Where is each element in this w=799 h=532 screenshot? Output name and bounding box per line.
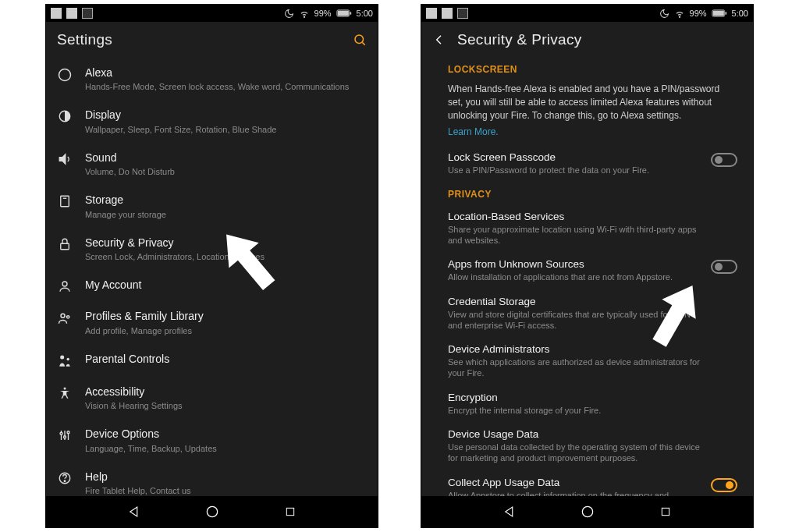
encryption-row[interactable]: Encryption Encrypt the internal storage … bbox=[421, 385, 750, 422]
collect-app-usage-toggle[interactable] bbox=[711, 478, 737, 492]
sliders-icon bbox=[55, 427, 74, 442]
storage-icon bbox=[55, 193, 74, 208]
nav-back-button[interactable] bbox=[126, 504, 142, 520]
svg-point-23 bbox=[67, 431, 69, 434]
nav-recents-button[interactable] bbox=[658, 504, 673, 520]
setting-sub: Allow Appstore to collect information on… bbox=[448, 490, 739, 496]
svg-point-13 bbox=[61, 314, 65, 318]
moon-icon bbox=[284, 9, 294, 19]
collect-app-usage-row[interactable]: Collect App Usage Data Allow Appstore to… bbox=[421, 470, 750, 496]
svg-point-16 bbox=[67, 358, 69, 360]
svg-point-27 bbox=[207, 506, 217, 516]
svg-rect-32 bbox=[725, 12, 726, 14]
nav-back-button[interactable] bbox=[502, 504, 517, 520]
setting-title: Lock Screen Passcode bbox=[448, 151, 739, 163]
settings-item-alexa[interactable]: AlexaHands-Free Mode, Screen lock access… bbox=[46, 58, 375, 100]
battery-icon bbox=[336, 9, 352, 18]
item-title: Profiles & Family Library bbox=[85, 309, 365, 323]
setting-title: Location-Based Services bbox=[448, 211, 739, 222]
accessibility-icon bbox=[55, 385, 74, 400]
lock-passcode-row[interactable]: Lock Screen Passcode Use a PIN/Password … bbox=[421, 145, 750, 182]
wifi-icon bbox=[299, 8, 310, 19]
alexa-icon bbox=[55, 66, 74, 83]
amazon-appstore-icon bbox=[66, 8, 77, 19]
item-title: Alexa bbox=[85, 66, 365, 80]
settings-item-help[interactable]: HelpFire Tablet Help, Contact us bbox=[46, 462, 375, 496]
svg-rect-9 bbox=[61, 197, 69, 207]
security-header: Security & Privacy bbox=[421, 22, 753, 58]
svg-point-4 bbox=[355, 35, 364, 44]
svg-point-0 bbox=[304, 16, 304, 17]
settings-item-profiles[interactable]: Profiles & Family LibraryAdd profile, Ma… bbox=[46, 301, 375, 343]
svg-point-21 bbox=[60, 433, 62, 435]
nav-recents-button[interactable] bbox=[282, 504, 298, 520]
svg-marker-36 bbox=[211, 222, 284, 297]
item-title: Sound bbox=[85, 151, 365, 165]
setting-sub: Use a PIN/Password to protect the data o… bbox=[448, 165, 739, 176]
lockscreen-header: LOCKSCREEN bbox=[421, 58, 750, 80]
item-title: Display bbox=[85, 108, 365, 122]
item-sub: Volume, Do Not Disturb bbox=[85, 166, 365, 177]
settings-header: Settings bbox=[46, 22, 378, 58]
family-icon bbox=[55, 309, 74, 326]
svg-rect-28 bbox=[286, 508, 293, 515]
item-sub: Wallpaper, Sleep, Font Size, Rotation, B… bbox=[85, 124, 365, 135]
search-icon[interactable] bbox=[353, 33, 367, 47]
privacy-header: PRIVACY bbox=[421, 183, 750, 204]
battery-percent: 99% bbox=[690, 9, 707, 18]
item-title: Device Options bbox=[85, 427, 365, 441]
nav-home-button[interactable] bbox=[204, 504, 220, 520]
item-sub: Vision & Hearing Settings bbox=[85, 400, 365, 411]
settings-item-sound[interactable]: SoundVolume, Do Not Disturb bbox=[46, 143, 375, 185]
lockscreen-info: When Hands-free Alexa is enabled and you… bbox=[421, 80, 750, 125]
svg-rect-35 bbox=[662, 508, 669, 515]
svg-marker-8 bbox=[59, 154, 66, 164]
battery-icon bbox=[712, 9, 727, 18]
svg-marker-26 bbox=[130, 507, 137, 516]
svg-point-15 bbox=[60, 355, 64, 359]
item-title: Help bbox=[85, 470, 365, 484]
nav-home-button[interactable] bbox=[580, 504, 595, 520]
clock-time: 5:00 bbox=[357, 9, 373, 18]
display-icon bbox=[55, 108, 74, 123]
clock-time: 5:00 bbox=[732, 9, 748, 18]
settings-item-display[interactable]: DisplayWallpaper, Sleep, Font Size, Rota… bbox=[46, 100, 375, 142]
item-sub: Hands-Free Mode, Screen lock access, Wak… bbox=[85, 81, 365, 92]
item-title: Parental Controls bbox=[85, 352, 365, 366]
back-button[interactable] bbox=[432, 33, 446, 47]
svg-marker-33 bbox=[505, 507, 512, 516]
user-icon bbox=[457, 8, 468, 19]
settings-item-parental[interactable]: Parental Controls bbox=[46, 344, 375, 377]
moon-icon bbox=[659, 9, 669, 19]
parental-icon bbox=[55, 352, 74, 369]
svg-point-29 bbox=[679, 16, 680, 17]
device-usage-row[interactable]: Device Usage Data Use personal data coll… bbox=[421, 422, 750, 470]
svg-point-14 bbox=[67, 316, 69, 318]
item-title: Storage bbox=[85, 193, 365, 207]
settings-item-accessibility[interactable]: AccessibilityVision & Hearing Settings bbox=[46, 377, 375, 419]
svg-line-5 bbox=[362, 42, 364, 44]
item-sub: Add profile, Manage profiles bbox=[85, 325, 365, 336]
svg-point-12 bbox=[62, 282, 67, 286]
screenshot-icon bbox=[51, 8, 62, 19]
setting-sub: Use personal data collected by the opera… bbox=[448, 442, 739, 464]
svg-rect-2 bbox=[337, 11, 348, 16]
item-sub: Language, Time, Backup, Updates bbox=[85, 443, 365, 454]
page-title: Security & Privacy bbox=[457, 31, 582, 48]
learn-more-link[interactable]: Learn More. bbox=[421, 125, 750, 145]
amazon-appstore-icon bbox=[442, 8, 453, 19]
svg-point-22 bbox=[64, 436, 66, 438]
user-icon bbox=[55, 278, 74, 293]
svg-point-6 bbox=[59, 69, 71, 81]
lock-passcode-toggle[interactable] bbox=[711, 153, 737, 167]
sound-icon bbox=[55, 151, 74, 166]
status-bar: 99% 5:00 bbox=[46, 5, 378, 22]
user-icon bbox=[82, 8, 93, 19]
setting-sub: Share your approximate location using Wi… bbox=[448, 224, 739, 246]
svg-rect-11 bbox=[61, 243, 69, 250]
settings-item-device-options[interactable]: Device OptionsLanguage, Time, Backup, Up… bbox=[46, 419, 375, 461]
location-services-row[interactable]: Location-Based Services Share your appro… bbox=[421, 204, 750, 253]
setting-title: Device Usage Data bbox=[448, 428, 739, 440]
unknown-sources-toggle[interactable] bbox=[711, 260, 737, 274]
svg-rect-3 bbox=[350, 12, 351, 14]
